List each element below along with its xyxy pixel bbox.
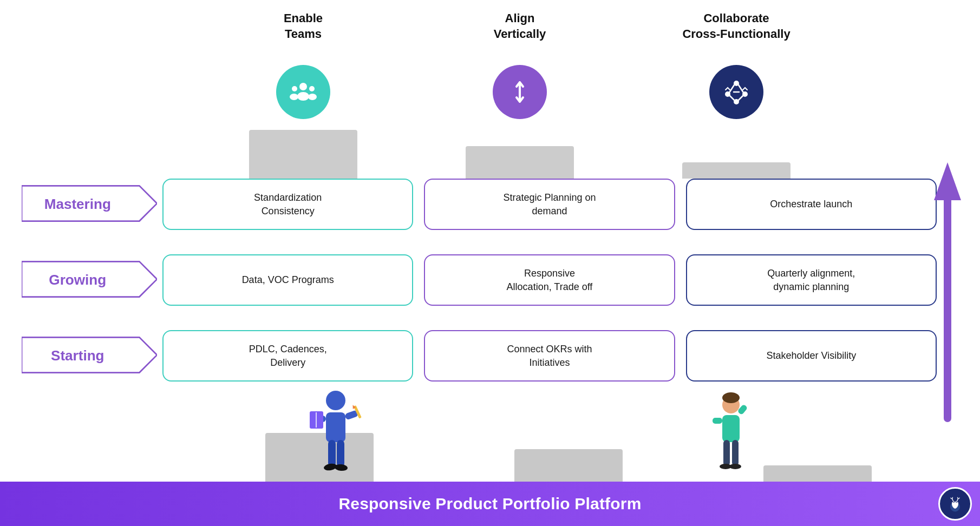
- starting-boxes: PDLC, Cadences,Delivery Connect OKRs wit…: [162, 330, 937, 382]
- team-icon-col: [200, 65, 406, 127]
- starting-box-1: PDLC, Cadences,Delivery: [162, 330, 413, 382]
- header-col-1: EnableTeams: [200, 11, 406, 42]
- svg-rect-30: [722, 415, 740, 442]
- starting-chevron: Starting: [22, 335, 157, 375]
- stair-rect-2: [466, 146, 574, 179]
- growing-box-1: Data, VOC Programs: [162, 254, 413, 306]
- growing-box-2: ResponsiveAllocation, Trade off: [424, 254, 675, 306]
- person-left-illustration: [303, 384, 368, 482]
- svg-point-1: [297, 92, 309, 101]
- enable-teams-header: EnableTeams: [284, 11, 323, 41]
- collaborate-icon: [722, 78, 750, 106]
- mastering-box-3: Orchestrate launch: [686, 179, 937, 230]
- starting-box-2: Connect OKRs withInitiatives: [424, 330, 675, 382]
- stairs-section: [0, 130, 980, 179]
- starting-row: Starting PDLC, Cadences,Delivery Connect…: [22, 330, 937, 382]
- platform-bar: Responsive Product Portfolio Platform: [0, 482, 980, 526]
- svg-point-4: [309, 86, 315, 91]
- align-vertically-header: AlignVertically: [494, 11, 546, 41]
- person-right-illustration: [704, 390, 758, 482]
- up-arrow: [934, 162, 961, 482]
- icons-section: [0, 65, 980, 127]
- collaborate-icon-col: [633, 65, 839, 127]
- svg-point-29: [722, 392, 740, 403]
- stair-col-2: [417, 146, 623, 179]
- growing-chevron: Growing: [22, 259, 157, 299]
- svg-rect-33: [723, 440, 730, 466]
- mastering-boxes: StandardizationConsistency Strategic Pla…: [162, 179, 937, 230]
- header-col-3: CollaborateCross-Functionally: [633, 11, 839, 42]
- up-arrow-svg: [934, 162, 961, 433]
- svg-point-27: [335, 464, 348, 471]
- person-left-svg: [303, 384, 368, 482]
- logo-icon: [945, 494, 965, 514]
- svg-text:Growing: Growing: [49, 271, 106, 287]
- svg-point-2: [292, 86, 297, 91]
- growing-boxes: Data, VOC Programs ResponsiveAllocation,…: [162, 254, 937, 306]
- svg-text:Mastering: Mastering: [44, 195, 111, 212]
- stair-rect-1: [249, 130, 357, 179]
- svg-rect-31: [713, 418, 722, 424]
- collaborate-icon-circle: [709, 65, 763, 119]
- svg-point-36: [729, 464, 741, 469]
- align-icon-col: [417, 65, 623, 127]
- stair-rect-3: [682, 162, 790, 179]
- svg-rect-17: [326, 412, 345, 442]
- svg-point-3: [290, 94, 298, 100]
- stair-col-1: [200, 130, 406, 179]
- column-headers: EnableTeams AlignVertically CollaborateC…: [0, 11, 980, 42]
- header-col-2: AlignVertically: [417, 11, 623, 42]
- team-icon: [289, 78, 317, 106]
- svg-point-5: [308, 94, 317, 100]
- growing-row: Growing Data, VOC Programs ResponsiveAll…: [22, 254, 937, 306]
- starting-label: Starting: [22, 335, 157, 377]
- platform-label: Responsive Product Portfolio Platform: [338, 495, 641, 513]
- starting-box-3: Stakeholder Visibility: [686, 330, 937, 382]
- mastering-chevron: Mastering: [22, 183, 157, 223]
- svg-point-0: [299, 83, 307, 90]
- person-right-svg: [704, 390, 758, 482]
- team-icon-circle: [276, 65, 330, 119]
- svg-rect-25: [337, 440, 344, 467]
- mastering-label: Mastering: [22, 183, 157, 226]
- page: EnableTeams AlignVertically CollaborateC…: [0, 0, 980, 526]
- bottom-stair-2: [449, 428, 688, 482]
- mastering-box-1: StandardizationConsistency: [162, 179, 413, 230]
- bottom-stair-block-3: [763, 465, 872, 482]
- growing-label: Growing: [22, 259, 157, 301]
- growing-box-3: Quarterly alignment,dynamic planning: [686, 254, 937, 306]
- svg-marker-38: [934, 162, 961, 200]
- align-icon: [506, 78, 534, 106]
- svg-rect-34: [732, 440, 739, 466]
- svg-text:Starting: Starting: [51, 347, 104, 363]
- bottom-stair-block-2: [514, 449, 623, 482]
- stair-col-3: [633, 162, 839, 179]
- logo-badge: [938, 487, 972, 521]
- svg-point-16: [326, 391, 345, 410]
- align-icon-circle: [493, 65, 547, 119]
- svg-rect-37: [944, 195, 951, 422]
- mastering-row: Mastering StandardizationConsistency Str…: [22, 179, 937, 230]
- collaborate-header: CollaborateCross-Functionally: [682, 11, 790, 41]
- svg-rect-24: [328, 440, 336, 467]
- mastering-box-2: Strategic Planning ondemand: [424, 179, 675, 230]
